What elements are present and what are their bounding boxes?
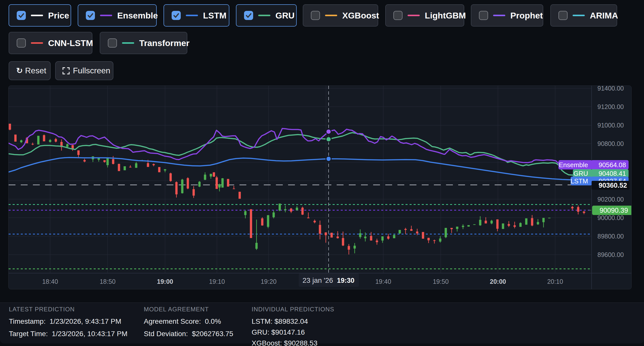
svg-text:90360.52: 90360.52 <box>598 182 627 189</box>
svg-text:19:20: 19:20 <box>261 278 277 285</box>
svg-text:LSTM: LSTM <box>571 177 588 185</box>
svg-text:20:00: 20:00 <box>490 278 506 285</box>
svg-text:89600.00: 89600.00 <box>597 251 624 258</box>
svg-text:19:10: 19:10 <box>209 278 225 285</box>
svg-text:91200.00: 91200.00 <box>597 103 624 110</box>
svg-text:91000.00: 91000.00 <box>597 122 624 129</box>
svg-text:19:50: 19:50 <box>433 278 449 285</box>
svg-text:20:10: 20:10 <box>547 278 563 285</box>
svg-text:Ensemble: Ensemble <box>559 161 588 169</box>
svg-text:19:30: 19:30 <box>337 277 354 284</box>
svg-text:90000.00: 90000.00 <box>597 214 624 221</box>
svg-text:89800.00: 89800.00 <box>597 233 624 240</box>
svg-text:19:00: 19:00 <box>157 278 173 285</box>
svg-text:90564.08: 90564.08 <box>599 161 626 169</box>
svg-text:90090.39: 90090.39 <box>599 207 628 214</box>
svg-text:GRU: GRU <box>573 170 588 177</box>
svg-text:90200.00: 90200.00 <box>597 196 624 203</box>
svg-text:90800.00: 90800.00 <box>597 140 624 147</box>
svg-text:18:50: 18:50 <box>100 278 116 285</box>
svg-text:90408.41: 90408.41 <box>599 170 626 177</box>
svg-text:18:40: 18:40 <box>42 278 58 285</box>
svg-text:19:40: 19:40 <box>375 278 391 285</box>
svg-text:23 jan '26: 23 jan '26 <box>303 276 333 284</box>
svg-text:91400.00: 91400.00 <box>597 86 624 92</box>
